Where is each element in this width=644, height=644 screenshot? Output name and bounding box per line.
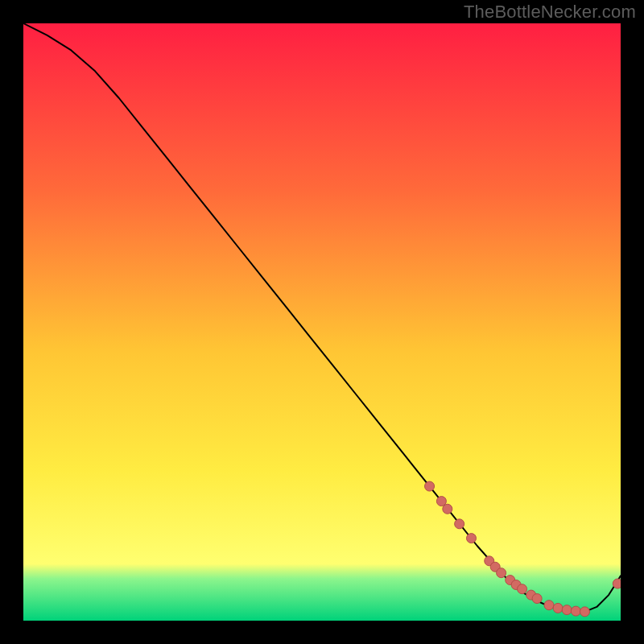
chart-plot-area xyxy=(23,23,621,621)
data-point-marker xyxy=(467,534,477,543)
data-point-marker xyxy=(562,605,572,615)
data-point-marker xyxy=(532,594,542,604)
data-point-marker xyxy=(455,519,464,529)
chart-svg xyxy=(23,23,621,621)
data-point-marker xyxy=(518,584,527,594)
data-point-marker xyxy=(571,606,580,616)
data-point-marker xyxy=(544,601,554,610)
watermark-text: TheBottleNecker.com xyxy=(464,2,636,23)
chart-frame: TheBottleNecker.com xyxy=(0,0,644,644)
data-point-marker xyxy=(443,504,452,514)
data-point-marker xyxy=(425,481,435,491)
data-point-marker xyxy=(497,568,506,578)
data-point-marker xyxy=(580,607,589,617)
svg-rect-0 xyxy=(23,23,621,621)
data-point-marker xyxy=(613,579,621,588)
data-point-marker xyxy=(553,603,563,613)
